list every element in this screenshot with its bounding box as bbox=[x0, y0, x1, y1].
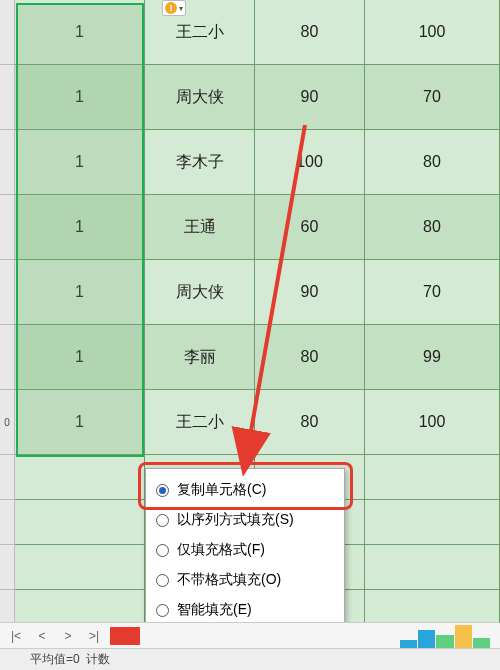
cell[interactable]: 王通 bbox=[145, 195, 255, 260]
row-header[interactable] bbox=[0, 195, 15, 260]
option-label: 以序列方式填充(S) bbox=[177, 511, 294, 529]
cell[interactable]: 李丽 bbox=[145, 325, 255, 390]
fill-option-smart-fill[interactable]: 智能填充(E) bbox=[146, 595, 344, 625]
option-label: 不带格式填充(O) bbox=[177, 571, 281, 589]
option-label: 复制单元格(C) bbox=[177, 481, 266, 499]
radio-icon bbox=[156, 574, 169, 587]
sheet-tab-indicator[interactable] bbox=[110, 627, 140, 645]
cell[interactable] bbox=[15, 545, 145, 590]
fill-option-fill-series[interactable]: 以序列方式填充(S) bbox=[146, 505, 344, 535]
fill-option-without-formatting[interactable]: 不带格式填充(O) bbox=[146, 565, 344, 595]
cell[interactable]: 周大侠 bbox=[145, 260, 255, 325]
nav-prev-button[interactable]: < bbox=[32, 629, 52, 643]
status-count: 计数 bbox=[86, 651, 110, 668]
fill-option-copy-cells[interactable]: 复制单元格(C) bbox=[146, 475, 344, 505]
radio-icon bbox=[156, 544, 169, 557]
row-header[interactable] bbox=[0, 545, 15, 590]
cell[interactable]: 90 bbox=[255, 65, 365, 130]
row-header[interactable] bbox=[0, 130, 15, 195]
warning-icon: ! bbox=[165, 2, 177, 14]
row-header[interactable] bbox=[0, 0, 15, 65]
cell[interactable]: 100 bbox=[365, 390, 500, 455]
row-header[interactable]: 0 bbox=[0, 390, 15, 455]
row-header[interactable] bbox=[0, 65, 15, 130]
cell[interactable] bbox=[365, 500, 500, 545]
cell[interactable]: 1 bbox=[15, 195, 145, 260]
cell[interactable] bbox=[15, 500, 145, 545]
nav-first-button[interactable]: |< bbox=[6, 629, 26, 643]
cell[interactable]: 100 bbox=[365, 0, 500, 65]
status-bar: 平均值=0 计数 bbox=[0, 648, 500, 670]
cell[interactable]: 王二小 bbox=[145, 390, 255, 455]
cell[interactable]: 李木子 bbox=[145, 130, 255, 195]
cell[interactable]: 1 bbox=[15, 0, 145, 65]
cell[interactable] bbox=[365, 545, 500, 590]
cell[interactable]: 1 bbox=[15, 65, 145, 130]
radio-icon bbox=[156, 514, 169, 527]
spreadsheet-grid[interactable]: 1 王二小 80 100 1 周大侠 90 70 1 李木子 100 80 1 … bbox=[0, 0, 500, 455]
cell[interactable]: 70 bbox=[365, 260, 500, 325]
nav-last-button[interactable]: >| bbox=[84, 629, 104, 643]
option-label: 智能填充(E) bbox=[177, 601, 252, 619]
cell[interactable]: 99 bbox=[365, 325, 500, 390]
cell[interactable]: 60 bbox=[255, 195, 365, 260]
cell[interactable]: 100 bbox=[255, 130, 365, 195]
cell[interactable]: 1 bbox=[15, 390, 145, 455]
row-header[interactable] bbox=[0, 260, 15, 325]
radio-icon bbox=[156, 604, 169, 617]
radio-icon bbox=[156, 484, 169, 497]
chevron-down-icon: ▾ bbox=[179, 4, 183, 13]
cell[interactable]: 80 bbox=[255, 390, 365, 455]
cell[interactable]: 90 bbox=[255, 260, 365, 325]
autofill-options-menu: 复制单元格(C) 以序列方式填充(S) 仅填充格式(F) 不带格式填充(O) 智… bbox=[145, 468, 345, 632]
cell[interactable] bbox=[15, 455, 145, 500]
cell[interactable]: 80 bbox=[365, 195, 500, 260]
cell[interactable]: 80 bbox=[255, 0, 365, 65]
row-header[interactable] bbox=[0, 455, 15, 500]
smart-tag-button[interactable]: ! ▾ bbox=[162, 0, 186, 16]
cell[interactable]: 80 bbox=[365, 130, 500, 195]
nav-next-button[interactable]: > bbox=[58, 629, 78, 643]
row-header[interactable] bbox=[0, 325, 15, 390]
cell[interactable] bbox=[365, 455, 500, 500]
cell[interactable]: 1 bbox=[15, 260, 145, 325]
cell[interactable]: 70 bbox=[365, 65, 500, 130]
status-average: 平均值=0 bbox=[30, 651, 80, 668]
cell[interactable]: 80 bbox=[255, 325, 365, 390]
row-header[interactable] bbox=[0, 500, 15, 545]
option-label: 仅填充格式(F) bbox=[177, 541, 265, 559]
fill-option-formatting-only[interactable]: 仅填充格式(F) bbox=[146, 535, 344, 565]
cell[interactable]: 1 bbox=[15, 325, 145, 390]
cell[interactable]: 1 bbox=[15, 130, 145, 195]
cell[interactable]: 周大侠 bbox=[145, 65, 255, 130]
mini-preview-chart bbox=[400, 622, 490, 648]
